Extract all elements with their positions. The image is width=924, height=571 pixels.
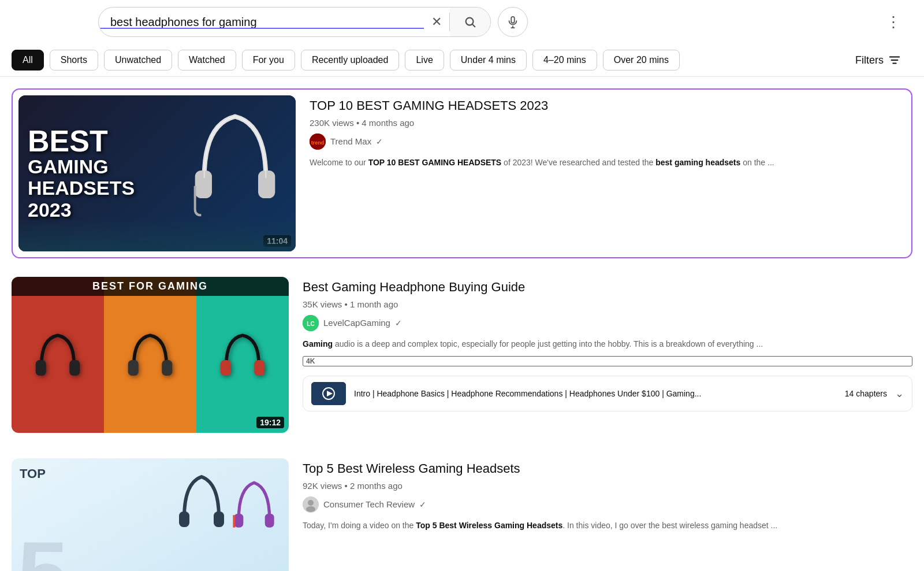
thumb-panel-3: [196, 277, 289, 433]
search-input[interactable]: best headphones for gaming: [99, 16, 424, 29]
svg-rect-24: [214, 511, 224, 527]
svg-point-28: [308, 500, 314, 506]
svg-text:trend: trend: [311, 140, 325, 146]
views-3: 92K views: [303, 481, 342, 491]
svg-rect-26: [265, 514, 274, 528]
thumb3-top-word: TOP: [20, 466, 46, 481]
channel-avatar-2: LC: [303, 315, 319, 331]
svg-rect-14: [128, 360, 139, 376]
filter-icon: [888, 54, 901, 66]
mic-icon: [506, 16, 519, 28]
svg-rect-12: [36, 360, 46, 376]
video-desc-2: Gaming audio is a deep and complex topic…: [303, 338, 912, 350]
filters-label: Filters: [855, 54, 884, 66]
video-result-3[interactable]: 5 TOP: [12, 447, 912, 571]
video-info-3: Top 5 Best Wireless Gaming Headsets 92K …: [303, 458, 912, 532]
chip-under4[interactable]: Under 4 mins: [450, 50, 527, 71]
chapters-count: 14 chapters: [845, 389, 887, 398]
chip-watched[interactable]: Watched: [178, 50, 236, 71]
chapters-text: Intro | Headphone Basics | Headphone Rec…: [354, 389, 837, 398]
chip-unwatched[interactable]: Unwatched: [104, 50, 172, 71]
verified-icon-1: ✓: [376, 137, 383, 146]
channel-row-3[interactable]: Consumer Tech Review ✓: [303, 496, 912, 513]
chip-4to20[interactable]: 4–20 mins: [532, 50, 597, 71]
badge-4k: 4K: [303, 356, 912, 366]
views-1: 230K views: [310, 118, 354, 128]
header: best headphones for gaming ✕ ⋮: [0, 0, 924, 44]
svg-rect-16: [221, 360, 231, 376]
channel-name-2: LevelCapGaming: [323, 318, 390, 328]
thumb2-top-label: BEST FOR GAMING: [12, 277, 289, 296]
thumb-panel-1: [12, 277, 104, 433]
thumbnail-2[interactable]: BEST FOR GAMING 19:12: [12, 277, 289, 433]
chapters-section[interactable]: Intro | Headphone Basics | Headphone Rec…: [303, 376, 912, 411]
thumbnail-3[interactable]: 5 TOP: [12, 458, 289, 571]
chip-all[interactable]: All: [12, 50, 44, 71]
svg-rect-23: [179, 511, 189, 527]
video-meta-2: 35K views • 1 month ago: [303, 299, 912, 309]
svg-rect-17: [254, 360, 264, 376]
svg-rect-15: [162, 360, 172, 376]
age-2: 1 month ago: [350, 299, 398, 309]
more-options-button[interactable]: ⋮: [886, 13, 901, 31]
search-bar[interactable]: best headphones for gaming ✕: [98, 7, 491, 37]
channel-avatar-3: [303, 496, 319, 513]
video-desc-1: Welcome to our TOP 10 BEST GAMING HEADSE…: [310, 157, 906, 169]
chapters-chevron-icon: ⌄: [895, 387, 904, 400]
svg-rect-2: [511, 17, 515, 23]
age-3: 2 months ago: [350, 481, 403, 491]
chip-live[interactable]: Live: [405, 50, 444, 71]
video-info-2: Best Gaming Headphone Buying Guide 35K v…: [303, 277, 912, 411]
video-title-3[interactable]: Top 5 Best Wireless Gaming Headsets: [303, 461, 912, 477]
svg-point-29: [306, 506, 315, 512]
svg-rect-13: [69, 360, 80, 376]
svg-rect-8: [195, 170, 212, 198]
chip-shorts[interactable]: Shorts: [50, 50, 98, 71]
age-1: 4 months ago: [362, 118, 414, 128]
svg-line-1: [472, 24, 475, 27]
search-icon: [464, 16, 476, 28]
video-result-2[interactable]: BEST FOR GAMING 19:12 Best Gaming Headph…: [12, 265, 912, 444]
svg-rect-9: [258, 170, 275, 198]
chip-foryou[interactable]: For you: [242, 50, 295, 71]
chip-over20[interactable]: Over 20 mins: [603, 50, 680, 71]
chapters-thumbnail: [311, 382, 346, 405]
video-title-2[interactable]: Best Gaming Headphone Buying Guide: [303, 279, 912, 296]
chip-recently[interactable]: Recently uploaded: [301, 50, 400, 71]
verified-icon-3: ✓: [419, 500, 426, 509]
channel-row-2[interactable]: LC LevelCapGaming ✓: [303, 315, 912, 331]
svg-rect-25: [234, 514, 243, 528]
duration-badge-2: 19:12: [256, 417, 284, 428]
video-title-1[interactable]: TOP 10 BEST GAMING HEADSETS 2023: [310, 98, 906, 114]
clear-button[interactable]: ✕: [424, 7, 449, 37]
mic-button[interactable]: [498, 7, 528, 37]
video-meta-3: 92K views • 2 months ago: [303, 481, 912, 491]
thumb-panel-2: [104, 277, 196, 433]
channel-name-1: Trend Max: [330, 136, 371, 146]
video-result-1[interactable]: BEST GAMING HEADSETS 2023: [12, 88, 912, 258]
video-desc-3: Today, I'm doing a video on the Top 5 Be…: [303, 520, 912, 532]
channel-avatar-1: trend: [310, 134, 326, 150]
views-2: 35K views: [303, 299, 342, 309]
results-container: BEST GAMING HEADSETS 2023: [0, 77, 924, 571]
channel-name-3: Consumer Tech Review: [323, 499, 415, 509]
thumb3-number: 5: [17, 528, 69, 571]
filters-button[interactable]: Filters: [855, 54, 912, 66]
video-meta-1: 230K views • 4 months ago: [310, 118, 906, 128]
thumbnail-1[interactable]: BEST GAMING HEADSETS 2023: [18, 95, 296, 251]
filter-bar: All Shorts Unwatched Watched For you Rec…: [0, 44, 924, 77]
svg-text:LC: LC: [307, 321, 314, 327]
search-button[interactable]: [450, 7, 490, 37]
channel-row-1[interactable]: trend Trend Max ✓: [310, 134, 906, 150]
verified-icon-2: ✓: [395, 318, 402, 328]
video-info-1: TOP 10 BEST GAMING HEADSETS 2023 230K vi…: [310, 95, 906, 169]
